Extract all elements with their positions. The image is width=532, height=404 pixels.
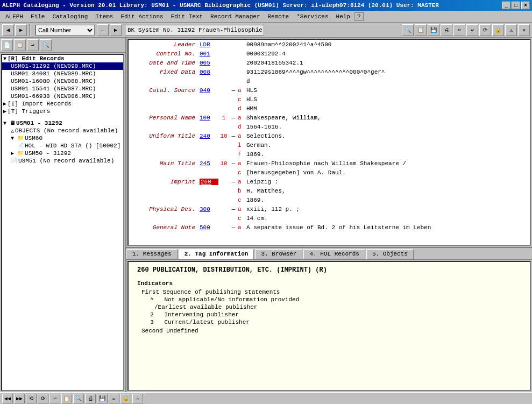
search-dropdown[interactable]: Call Number: [36, 25, 95, 36]
toolbar-btn-2[interactable]: ▶: [15, 24, 27, 36]
field-tag-040[interactable]: 040: [200, 87, 218, 94]
tree-usm01-34081[interactable]: USM01-34081 (NEW089.MRC): [2, 70, 123, 77]
field-label-005: Date and Time: [130, 60, 200, 66]
tab-tag-info[interactable]: 2. Tag Information: [179, 249, 254, 259]
minimize-button[interactable]: _: [502, 2, 510, 9]
toolbar-search-btn[interactable]: …: [97, 24, 109, 36]
status-btn-10[interactable]: ✏: [109, 394, 119, 403]
status-btn-3[interactable]: ⟲: [26, 394, 37, 403]
status-btn-4[interactable]: ⟳: [38, 394, 48, 403]
field-tag-245[interactable]: 245: [200, 160, 218, 167]
tree-expand-icon: ▼: [3, 56, 6, 62]
menu-help-icon[interactable]: ?: [354, 12, 364, 21]
tree-usm51[interactable]: 📄 USM51 (No record available): [2, 157, 123, 165]
menu-record-manager[interactable]: Record Manager: [207, 12, 263, 21]
maximize-button[interactable]: □: [512, 2, 520, 9]
menu-items[interactable]: Items: [92, 12, 116, 21]
toolbar-icon-7[interactable]: ⟳: [479, 24, 491, 36]
tree-edit-records[interactable]: ▼ [R] Edit Records: [2, 55, 123, 62]
toolbar-icon-3[interactable]: 💾: [428, 24, 439, 36]
menu-aleph[interactable]: ALEPH: [2, 12, 26, 21]
field-tag-008[interactable]: 008: [200, 69, 218, 75]
toolbar-icon-4[interactable]: 🖨: [441, 24, 452, 36]
status-btn-12[interactable]: ⚠: [132, 394, 143, 403]
tree-usm01-15541[interactable]: USM01-15541 (NEW087.MRC): [2, 85, 123, 93]
bottom-panel: 1. Messages 2. Tag Information 3. Browse…: [126, 247, 532, 392]
record-row-300c: c 14 cm.: [130, 215, 529, 224]
left-btn-4[interactable]: 🔍: [40, 39, 52, 51]
menu-file[interactable]: File: [27, 12, 48, 21]
field-sub-300c: c: [238, 215, 246, 222]
left-btn-2[interactable]: 📋: [14, 39, 26, 51]
left-btn-1[interactable]: 📄: [1, 39, 13, 51]
field-tag-240[interactable]: 240: [200, 133, 218, 139]
toolbar-icon-6[interactable]: ↩: [466, 24, 478, 36]
field-val-500a: A separate issue of Bd. 2 of his Leitste…: [246, 224, 529, 231]
tab-objects[interactable]: 5. Objects: [366, 249, 414, 259]
menu-edit-actions[interactable]: Edit Actions: [117, 12, 166, 21]
status-btn-1[interactable]: ◀◀: [2, 394, 13, 403]
tree-usm60[interactable]: ▼ 📁 USM60: [2, 134, 123, 142]
menu-remote[interactable]: Remote: [265, 12, 293, 21]
tab-browser[interactable]: 3. Browser: [255, 249, 302, 259]
field-tag-001[interactable]: 001: [200, 51, 218, 57]
toolbar-icon-1[interactable]: 🔍: [402, 24, 414, 36]
field-sub-245a: a: [238, 160, 246, 167]
record-row-100d: d 1564-1616.: [130, 124, 529, 132]
field-tag-100[interactable]: 100: [200, 115, 218, 121]
record-row-245a: Main Title 245 10 — a Frauen-Philosophie…: [130, 160, 529, 169]
toolbar-btn-1[interactable]: ◀: [2, 24, 14, 36]
menu-cataloging[interactable]: Cataloging: [49, 12, 91, 21]
tab-messages[interactable]: 1. Messages: [126, 249, 178, 259]
field-sub-240a: a: [238, 133, 246, 139]
status-btn-11[interactable]: 🔒: [120, 394, 131, 403]
toolbar-go-btn[interactable]: ▶: [110, 24, 122, 36]
field-tag-300[interactable]: 300: [200, 206, 218, 212]
field-sub-240f: f: [238, 151, 246, 158]
tree-usm01-66938[interactable]: USM01-66938 (NEW086.MRC): [2, 93, 123, 100]
tree-hol[interactable]: 📄 HOL - WID HD STA () [50002]: [2, 142, 123, 150]
field-tag-500[interactable]: 500: [200, 224, 218, 231]
status-btn-5[interactable]: ↩: [49, 394, 60, 403]
record-row-100a: Personal Name 100 1 — a Shakespeare, Wil…: [130, 115, 529, 123]
toolbar-icon-10[interactable]: ✕: [518, 24, 530, 36]
field-tag-260[interactable]: 260: [200, 179, 218, 185]
toolbar-icon-8[interactable]: 🔒: [492, 24, 504, 36]
tree-objects[interactable]: △ OBJECTS (No record available): [2, 127, 123, 134]
field-tag-005[interactable]: 005: [200, 60, 218, 66]
toolbar-icon-2[interactable]: 📋: [415, 24, 427, 36]
menu-edit-text[interactable]: Edit Text: [168, 12, 206, 21]
status-btn-7[interactable]: 🔍: [73, 394, 84, 403]
tree-expand-icon-2: ▶: [3, 101, 6, 107]
tree-usm01-node[interactable]: ▼ 🖥 USM01 - 31292: [2, 119, 123, 127]
menu-services[interactable]: *Services: [293, 12, 331, 21]
tab-hol-records[interactable]: 4. HOL Records: [303, 249, 365, 259]
status-btn-8[interactable]: 🖨: [85, 394, 96, 403]
tree-usm50[interactable]: ▶ 📁 USM50 - 31292: [2, 150, 123, 157]
left-btn-3[interactable]: ↩: [27, 39, 39, 51]
tree-usm01-16080[interactable]: USM01-16080 (NEW088.MRC): [2, 77, 123, 85]
tree-triggers[interactable]: ▶ [T] Triggers: [2, 108, 123, 115]
tree-item-label: USM01-31292 (NEW090.MRC): [11, 63, 96, 69]
record-row-240a: Uniform Title 240 10 — a Selections.: [130, 133, 529, 141]
toolbar: ◀ ▶ Call Number … ▶ BK System No. 31292 …: [0, 23, 532, 38]
field-tag-ldr[interactable]: LDR: [200, 41, 218, 48]
title-bar-buttons[interactable]: _ □ ×: [502, 2, 530, 9]
field-sub-300a: a: [238, 206, 246, 212]
tree-item-label: USM01-66938 (NEW086.MRC): [11, 93, 96, 100]
status-btn-6[interactable]: 📋: [61, 394, 72, 403]
tree-item-label: USM60: [25, 135, 42, 141]
right-panel: Leader LDR 00989nam^^2200241^a^4500 Cont…: [126, 38, 532, 392]
menu-help[interactable]: Help: [333, 12, 353, 21]
close-button[interactable]: ×: [521, 2, 530, 9]
toolbar-icon-9[interactable]: ⚠: [505, 24, 517, 36]
tree-import-records[interactable]: ▶ [I] Import Records: [2, 100, 123, 108]
toolbar-separator-1: [29, 24, 31, 36]
tree-usm01-31292[interactable]: USM01-31292 (NEW090.MRC): [2, 62, 123, 70]
status-btn-2[interactable]: ▶▶: [14, 394, 25, 403]
status-btn-9[interactable]: 💾: [97, 394, 108, 403]
tree-doc-icon-2: 📄: [11, 158, 17, 164]
toolbar-icon-5[interactable]: ⬅: [453, 24, 465, 36]
record-row-300a: Physical Des. 300 — a xxiii, 112 p. ;: [130, 206, 529, 215]
tree-container[interactable]: ▼ [R] Edit Records USM01-31292 (NEW090.M…: [1, 54, 124, 391]
